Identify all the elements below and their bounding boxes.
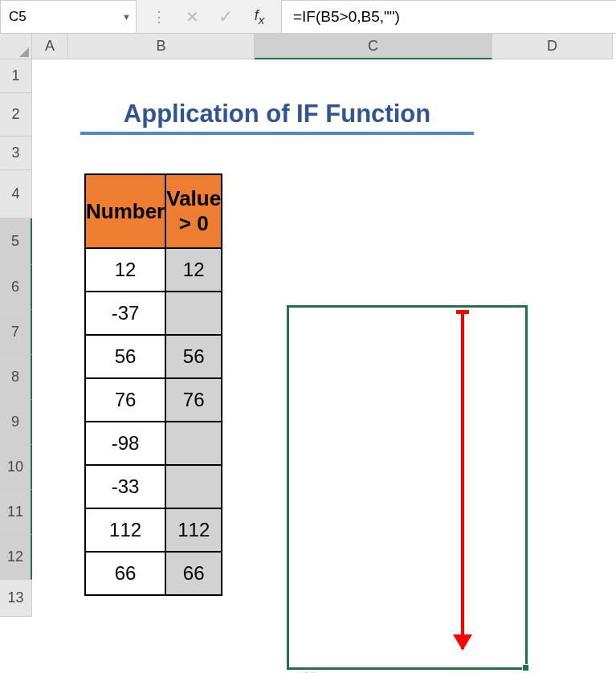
- row-header-10[interactable]: 10: [0, 445, 32, 490]
- col-header-d[interactable]: D: [492, 34, 613, 59]
- row-header-12[interactable]: 12: [0, 535, 32, 580]
- row-header-5[interactable]: 5: [0, 218, 32, 265]
- row-header-1[interactable]: 1: [0, 59, 32, 93]
- select-all-triangle-icon: [19, 47, 29, 57]
- cell-c5[interactable]: 12: [165, 248, 222, 292]
- name-box-dropdown-icon[interactable]: ▼: [122, 12, 131, 22]
- col-header-b[interactable]: B: [68, 34, 255, 59]
- cell-c10[interactable]: [165, 465, 222, 508]
- sheet-title[interactable]: Application of IF Function: [80, 96, 474, 135]
- autofill-arrow-icon: [461, 312, 464, 649]
- col-header-c[interactable]: C: [255, 34, 492, 59]
- row-header-7[interactable]: 7: [0, 310, 32, 355]
- cell-c6[interactable]: [165, 292, 222, 335]
- cell-b9[interactable]: -98: [85, 422, 165, 465]
- column-headers: A B C D: [32, 34, 613, 59]
- row-header-9[interactable]: 9: [0, 400, 32, 445]
- row-header-6[interactable]: 6: [0, 265, 32, 310]
- cancel-icon[interactable]: ✕: [186, 7, 199, 27]
- formula-text: =IF(B5>0,B5,""): [293, 8, 400, 26]
- cell-b6[interactable]: -37: [85, 292, 165, 335]
- header-value[interactable]: Value > 0: [165, 174, 222, 248]
- select-all-corner[interactable]: [0, 34, 32, 59]
- cell-b7[interactable]: 56: [85, 335, 165, 378]
- row-header-8[interactable]: 8: [0, 355, 32, 400]
- enter-icon[interactable]: ✓: [218, 6, 233, 27]
- formula-bar-controls: ⋮ ✕ ✓ fx: [137, 0, 281, 34]
- cell-b11[interactable]: 112: [85, 508, 165, 552]
- fill-handle[interactable]: [522, 664, 529, 671]
- more-icon[interactable]: ⋮: [152, 8, 165, 26]
- cell-c11[interactable]: 112: [165, 508, 222, 552]
- row-header-2[interactable]: 2: [0, 93, 32, 137]
- cell-b8[interactable]: 76: [85, 378, 165, 422]
- header-number[interactable]: Number: [85, 174, 165, 248]
- cell-c8[interactable]: 76: [165, 378, 222, 422]
- name-box[interactable]: C5 ▼: [0, 0, 137, 34]
- cell-b10[interactable]: -33: [85, 465, 165, 508]
- cell-c7[interactable]: 56: [165, 335, 222, 378]
- cell-c12[interactable]: 66: [165, 552, 222, 595]
- selection-border: [287, 305, 528, 670]
- data-table: Number Value > 0 1212 -37 5656 7676 -98 …: [84, 173, 222, 596]
- formula-input[interactable]: =IF(B5>0,B5,""): [281, 0, 616, 34]
- col-header-a[interactable]: A: [32, 34, 68, 59]
- row-header-3[interactable]: 3: [0, 137, 32, 170]
- formula-bar: C5 ▼ ⋮ ✕ ✓ fx =IF(B5>0,B5,""): [0, 0, 616, 34]
- fx-icon[interactable]: fx: [255, 7, 265, 27]
- cell-c9[interactable]: [165, 422, 222, 465]
- row-headers: 1 2 3 4 5 6 7 8 9 10 11 12 13: [0, 59, 32, 617]
- row-header-13[interactable]: 13: [0, 580, 32, 617]
- cell-b5[interactable]: 12: [85, 248, 165, 292]
- row-header-11[interactable]: 11: [0, 490, 32, 535]
- cell-b12[interactable]: 66: [85, 552, 165, 595]
- cell-reference: C5: [9, 9, 27, 25]
- row-header-4[interactable]: 4: [0, 170, 32, 218]
